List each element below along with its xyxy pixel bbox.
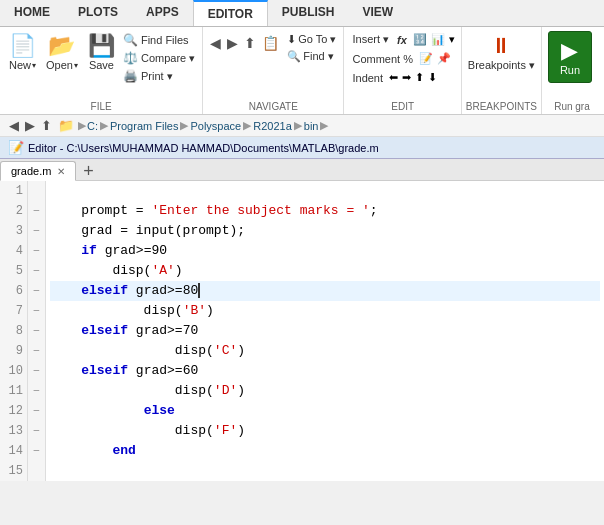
- line-num-10: 10: [0, 361, 27, 381]
- new-button[interactable]: 📄 New ▾: [4, 29, 41, 75]
- nav-up[interactable]: ⬆: [38, 117, 55, 134]
- code-line-3: grad = input(prompt);: [50, 221, 600, 241]
- code-editor: 1 2 3 4 5 6 7 8 9 10 11 12 13 14 15 – – …: [0, 181, 604, 481]
- ribbon-group-run: ▶ Run Run gra: [542, 27, 602, 114]
- tab-gradem-label: grade.m: [11, 165, 51, 177]
- line-num-11: 11: [0, 381, 27, 401]
- line-num-7: 7: [0, 301, 27, 321]
- browse-button[interactable]: 📁: [55, 117, 77, 134]
- fx-button[interactable]: fx: [393, 32, 411, 48]
- code-line-4: if grad>=90: [50, 241, 600, 261]
- breadcrumb-separator5: ▶: [320, 119, 328, 132]
- line-num-2: 2: [0, 201, 27, 221]
- breadcrumb-separator3: ▶: [243, 119, 251, 132]
- find-button[interactable]: 🔍Find ▾: [284, 48, 339, 65]
- insert-button[interactable]: Insert ▾: [348, 31, 393, 48]
- ribbon-group-file: 📄 New ▾ 📂 Open ▾ 💾 Save 🔍Find Files ⚖️Co…: [0, 27, 203, 114]
- tab-gradem[interactable]: grade.m ✕: [0, 161, 76, 181]
- comment-icon2[interactable]: 📌: [435, 50, 453, 67]
- line-num-5: 5: [0, 261, 27, 281]
- breadcrumb-separator1: ▶: [100, 119, 108, 132]
- line-num-15: 15: [0, 461, 27, 481]
- tab-close-icon[interactable]: ✕: [57, 166, 65, 177]
- run-label: Run: [560, 64, 580, 76]
- code-line-12: else: [50, 401, 600, 421]
- goto-button[interactable]: ⬇Go To ▾: [284, 31, 339, 48]
- code-line-13: disp('F'): [50, 421, 600, 441]
- ribbon-group-run-label: Run gra: [542, 101, 602, 112]
- breakpoints-icon: ⏸: [490, 33, 512, 59]
- comment-button[interactable]: Comment %: [348, 51, 417, 67]
- code-line-1: [50, 181, 600, 201]
- editor-icon: 📝: [8, 140, 24, 155]
- breadcrumb-r2021a[interactable]: R2021a: [253, 120, 292, 132]
- nav-back[interactable]: ◀: [6, 117, 22, 134]
- compare-button[interactable]: ⚖️Compare ▾: [120, 49, 198, 67]
- code-line-9: disp('C'): [50, 341, 600, 361]
- code-line-11: disp('D'): [50, 381, 600, 401]
- menubar: HOME PLOTS APPS EDITOR PUBLISH VIEW: [0, 0, 604, 27]
- indent-icon4[interactable]: ⬇: [426, 69, 439, 86]
- breadcrumb-c[interactable]: C:: [87, 120, 98, 132]
- indent-icon3[interactable]: ⬆: [413, 69, 426, 86]
- line-num-6: 6: [0, 281, 27, 301]
- breadcrumb-programfiles[interactable]: Program Files: [110, 120, 178, 132]
- line-num-14: 14: [0, 441, 27, 461]
- nav-up-button[interactable]: ⬆: [241, 33, 259, 53]
- indent-button[interactable]: Indent: [348, 70, 387, 86]
- menu-editor[interactable]: EDITOR: [193, 0, 268, 26]
- line-num-1: 1: [0, 181, 27, 201]
- ribbon-group-navigate-label: NAVIGATE: [203, 101, 343, 112]
- breadcrumb-separator4: ▶: [294, 119, 302, 132]
- menu-publish[interactable]: PUBLISH: [268, 0, 349, 26]
- formula2-button[interactable]: 📊: [429, 31, 447, 48]
- ribbon-group-file-label: FILE: [0, 101, 202, 112]
- menu-view[interactable]: VIEW: [349, 0, 408, 26]
- ribbon-group-breakpoints: ⏸ Breakpoints ▾ BREAKPOINTS: [462, 27, 542, 114]
- formula-button[interactable]: 🔢: [411, 31, 429, 48]
- open-button[interactable]: 📂 Open ▾: [41, 29, 83, 75]
- menu-apps[interactable]: APPS: [132, 0, 193, 26]
- breadcrumb-separator0: ▶: [78, 119, 86, 132]
- breadcrumb-bar: ◀ ▶ ⬆ 📁 ▶ C: ▶ Program Files ▶ Polyspace…: [0, 115, 604, 137]
- line-num-3: 3: [0, 221, 27, 241]
- tab-add-button[interactable]: +: [77, 162, 100, 180]
- line-num-13: 13: [0, 421, 27, 441]
- nav-bookmark-button[interactable]: 📋: [259, 33, 282, 53]
- ribbon-group-edit: Insert ▾ fx 🔢 📊 ▾ Comment % 📝 📌 Indent ⬅…: [344, 27, 461, 114]
- dash-column: – – – – – – – – – – – – –: [28, 181, 46, 481]
- print-button[interactable]: 🖨️Print ▾: [120, 67, 198, 85]
- comment-icon1[interactable]: 📝: [417, 50, 435, 67]
- tab-bar: grade.m ✕ +: [0, 159, 604, 181]
- code-line-8: elseif grad>=70: [50, 321, 600, 341]
- code-content[interactable]: prompt = 'Enter the subject marks = '; g…: [46, 181, 604, 481]
- code-line-10: elseif grad>=60: [50, 361, 600, 381]
- editor-title: Editor - C:\Users\MUHAMMAD HAMMAD\Docume…: [28, 142, 379, 154]
- nav-forward[interactable]: ▶: [22, 117, 38, 134]
- find-files-button[interactable]: 🔍Find Files: [120, 31, 198, 49]
- ribbon: 📄 New ▾ 📂 Open ▾ 💾 Save 🔍Find Files ⚖️Co…: [0, 27, 604, 115]
- breadcrumb-polyspace[interactable]: Polyspace: [190, 120, 241, 132]
- save-button[interactable]: 💾 Save: [83, 29, 120, 75]
- code-line-2: prompt = 'Enter the subject marks = ';: [50, 201, 600, 221]
- code-line-15: [50, 461, 600, 481]
- nav-forward-button[interactable]: ▶: [224, 33, 241, 53]
- indent-icon2[interactable]: ➡: [400, 69, 413, 86]
- run-icon: ▶: [561, 38, 578, 64]
- breakpoints-button[interactable]: Breakpoints ▾: [468, 59, 535, 72]
- indent-icon1[interactable]: ⬅: [387, 69, 400, 86]
- formula-dropdown[interactable]: ▾: [447, 31, 457, 48]
- breadcrumb-bin[interactable]: bin: [304, 120, 319, 132]
- menu-home[interactable]: HOME: [0, 0, 64, 26]
- code-line-5: disp('A'): [50, 261, 600, 281]
- line-num-4: 4: [0, 241, 27, 261]
- run-button[interactable]: ▶ Run: [548, 31, 592, 83]
- ribbon-group-edit-label: EDIT: [344, 101, 460, 112]
- line-num-9: 9: [0, 341, 27, 361]
- line-numbers: 1 2 3 4 5 6 7 8 9 10 11 12 13 14 15: [0, 181, 28, 481]
- editor-titlebar: 📝 Editor - C:\Users\MUHAMMAD HAMMAD\Docu…: [0, 137, 604, 159]
- menu-plots[interactable]: PLOTS: [64, 0, 132, 26]
- ribbon-group-breakpoints-label: BREAKPOINTS: [462, 101, 541, 112]
- code-line-7: disp('B'): [50, 301, 600, 321]
- nav-back-button[interactable]: ◀: [207, 33, 224, 53]
